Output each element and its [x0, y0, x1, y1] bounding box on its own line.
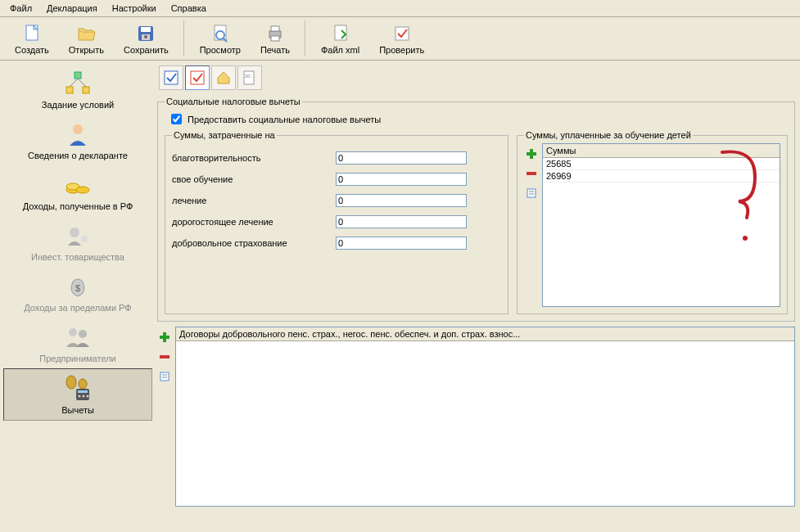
voluntary-insurance-input[interactable]: [336, 237, 467, 250]
svg-rect-3: [141, 27, 151, 32]
remove-child-sum-button[interactable]: [524, 166, 539, 181]
toolbar-separator: [183, 20, 185, 56]
svg-rect-11: [271, 36, 279, 41]
add-contract-button[interactable]: [157, 330, 172, 345]
children-title: Суммы, уплаченные за обучение детей: [524, 130, 693, 140]
svg-point-34: [87, 395, 89, 398]
toolbar-new[interactable]: Создать: [7, 20, 57, 56]
deductions-icon: [61, 374, 94, 404]
sums-title: Суммы, затраченные на: [172, 130, 277, 140]
save-disk-icon: [133, 22, 159, 45]
expensive-treatment-label: дорогостоящее лечение: [172, 217, 336, 227]
fieldset-title: Социальные налоговые вычеты: [165, 97, 302, 106]
group-icon: [61, 322, 94, 352]
menu-declaration[interactable]: Декларация: [40, 2, 104, 15]
contracts-list[interactable]: Договоры добровольного пенс. страх., нег…: [175, 327, 795, 507]
provide-social-checkbox[interactable]: [171, 114, 182, 124]
voluntary-insurance-label: добровольное страхование: [172, 238, 336, 248]
new-file-icon: [19, 22, 45, 45]
content-panel: 20.. Социальные налоговые вычеты Предост…: [156, 61, 800, 531]
edit-contract-button[interactable]: [157, 369, 172, 384]
edit-child-sum-button[interactable]: [524, 186, 539, 201]
sidebar: Задание условий Сведения о декларанте До…: [0, 61, 156, 531]
type-losses-button[interactable]: 20..: [237, 65, 262, 90]
toolbar-preview[interactable]: Просмотр: [192, 20, 249, 56]
svg-rect-42: [527, 189, 536, 197]
person-icon: [61, 119, 94, 149]
svg-point-32: [79, 395, 81, 398]
sidebar-item-conditions[interactable]: Задание условий: [3, 64, 152, 115]
svg-text:$: $: [75, 283, 80, 293]
expensive-treatment-input[interactable]: [336, 215, 467, 228]
svg-line-17: [70, 79, 78, 87]
toolbar-xml[interactable]: Файл xml: [313, 20, 368, 56]
toolbar-check[interactable]: Проверить: [371, 20, 432, 56]
svg-text:20..: 20..: [245, 74, 253, 79]
money-bag-icon: $: [61, 272, 94, 301]
svg-point-26: [69, 328, 77, 336]
svg-rect-15: [66, 87, 73, 93]
menu-help[interactable]: Справка: [165, 2, 213, 15]
contracts-section: Договоры добровольного пенс. страх., нег…: [157, 327, 795, 528]
type-standard-button[interactable]: [159, 65, 183, 90]
svg-point-19: [73, 124, 83, 134]
svg-rect-14: [75, 72, 81, 79]
print-icon: [262, 22, 288, 45]
type-property-button[interactable]: [211, 65, 236, 90]
svg-rect-41: [527, 172, 536, 175]
svg-rect-10: [271, 26, 279, 31]
toolbar-separator: [305, 20, 306, 56]
toolbar-open[interactable]: Открыть: [61, 20, 112, 56]
own-education-input[interactable]: [336, 173, 467, 186]
remove-contract-button[interactable]: [157, 349, 172, 364]
check-icon: [389, 22, 415, 45]
menubar: Файл Декларация Настройки Справка: [0, 0, 800, 17]
menu-file[interactable]: Файл: [3, 2, 38, 15]
sidebar-item-deductions[interactable]: Вычеты: [3, 368, 152, 421]
svg-point-27: [79, 330, 87, 338]
contracts-list-header: Договоры добровольного пенс. страх., нег…: [176, 327, 794, 341]
sidebar-item-entrepreneurs[interactable]: Предприниматели: [3, 318, 152, 368]
type-social-button[interactable]: [185, 65, 210, 90]
svg-rect-31: [78, 390, 88, 393]
open-folder-icon: [73, 22, 99, 45]
svg-rect-47: [160, 336, 169, 339]
treatment-input[interactable]: [336, 194, 467, 207]
svg-rect-40: [527, 152, 536, 156]
svg-rect-49: [160, 372, 169, 381]
sidebar-item-invest[interactable]: Инвест. товарищества: [3, 216, 152, 267]
sidebar-item-income-rf[interactable]: Доходы, полученные в РФ: [3, 165, 152, 216]
xml-file-icon: [328, 22, 354, 45]
svg-rect-48: [160, 355, 169, 358]
children-sums-list[interactable]: Суммы 25685 26969: [542, 143, 780, 307]
svg-point-45: [743, 236, 748, 241]
charity-input[interactable]: [336, 151, 467, 165]
svg-point-24: [81, 236, 88, 242]
preview-icon: [207, 22, 233, 45]
invest-icon: [61, 221, 94, 250]
toolbar-save[interactable]: Сохранить: [115, 20, 177, 56]
svg-rect-35: [165, 71, 178, 84]
children-education-fieldset: Суммы, уплаченные за обучение детей Сумм…: [517, 130, 788, 314]
own-education-label: свое обучение: [172, 174, 336, 184]
sidebar-item-declarant[interactable]: Сведения о декларанте: [3, 115, 152, 165]
toolbar-print[interactable]: Печать: [252, 20, 298, 56]
children-list-header: Суммы: [543, 144, 780, 158]
coins-icon: [61, 170, 94, 200]
toolbar: Создать Открыть Сохранить Просмотр Печат…: [0, 17, 800, 61]
menu-settings[interactable]: Настройки: [106, 2, 163, 15]
svg-point-5: [144, 35, 147, 38]
provide-social-label: Предоставить социальные налоговые вычеты: [188, 115, 381, 124]
treatment-label: лечение: [172, 196, 336, 205]
sidebar-item-income-abroad[interactable]: $ Доходы за пределами РФ: [3, 267, 152, 318]
list-item[interactable]: 26969: [543, 170, 780, 183]
add-child-sum-button[interactable]: [524, 147, 539, 161]
list-item[interactable]: 25685: [543, 158, 780, 170]
sums-spent-fieldset: Суммы, затраченные на благотворительност…: [165, 130, 508, 314]
svg-point-29: [79, 379, 87, 389]
social-deductions-fieldset: Социальные налоговые вычеты Предоставить…: [157, 97, 795, 322]
svg-point-23: [70, 228, 79, 237]
svg-line-18: [78, 79, 86, 87]
svg-point-28: [66, 376, 76, 389]
deduction-type-toolbar: 20..: [157, 64, 795, 92]
